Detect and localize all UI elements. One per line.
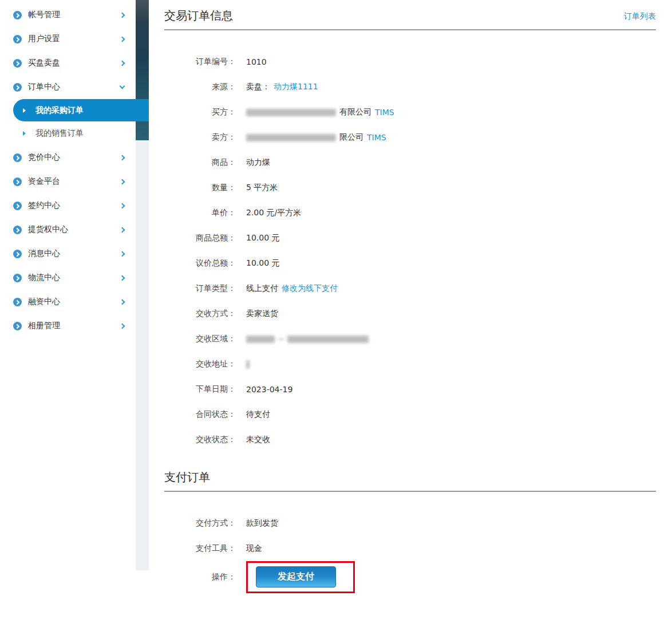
field-label: 数量： xyxy=(164,183,236,193)
sidebar-item-funds-platform[interactable]: 资金平台 xyxy=(0,169,149,194)
field-row-operation: 操作： 发起支付 xyxy=(164,561,656,593)
field-row-pay-delivery: 交付方式： 款到发货 xyxy=(164,511,656,536)
redacted-region-dash xyxy=(278,338,284,340)
field-value: 线上支付 修改为线下支付 xyxy=(246,283,338,294)
sidebar-item-message-center[interactable]: 消息中心 xyxy=(0,242,149,266)
header-rule xyxy=(164,29,656,30)
triangle-right-icon xyxy=(23,131,26,136)
field-value: 10.00 元 xyxy=(246,233,280,243)
field-label: 订单类型： xyxy=(164,283,236,294)
sidebar-item-user-settings[interactable]: 用户设置 xyxy=(0,27,149,51)
sidebar-item-label: 相册管理 xyxy=(28,321,120,331)
circle-arrow-icon xyxy=(13,322,22,330)
circle-arrow-icon xyxy=(13,274,22,282)
circle-arrow-icon xyxy=(13,250,22,258)
circle-arrow-icon xyxy=(13,59,22,68)
sidebar-item-label: 买盘卖盘 xyxy=(28,58,120,68)
sidebar-item-album-management[interactable]: 相册管理 xyxy=(0,314,149,338)
field-value: 2023-04-19 xyxy=(246,385,292,394)
circle-arrow-icon xyxy=(13,226,22,234)
sidebar-item-buy-sell-board[interactable]: 买盘卖盘 xyxy=(0,51,149,75)
chevron-right-icon xyxy=(120,251,125,257)
field-row-total-amount: 商品总额： 10.00 元 xyxy=(164,226,656,251)
chevron-right-icon xyxy=(120,203,125,208)
sidebar-item-signing-center[interactable]: 签约中心 xyxy=(0,194,149,218)
red-highlight-annotation: 发起支付 xyxy=(246,561,355,593)
circle-arrow-icon xyxy=(13,83,22,92)
sidebar-subitem-my-sales-orders[interactable]: 我的销售订单 xyxy=(0,121,149,145)
circle-arrow-icon xyxy=(13,153,22,162)
field-row-delivery-status: 交收状态： 未交收 xyxy=(164,427,656,452)
field-row-pay-tool: 支付工具： 现金 xyxy=(164,536,656,561)
field-row-delivery-method: 交收方式： 卖家送货 xyxy=(164,301,656,326)
initiate-payment-button[interactable]: 发起支付 xyxy=(256,566,336,587)
seller-tims-link[interactable]: TIMS xyxy=(367,133,386,142)
sidebar-item-label: 订单中心 xyxy=(28,82,120,92)
order-list-link[interactable]: 订单列表 xyxy=(624,11,656,23)
payment-section-header: 支付订单 xyxy=(164,470,656,485)
chevron-right-icon xyxy=(120,60,125,66)
sidebar-subitem-my-purchase-orders[interactable]: 我的采购订单 xyxy=(13,99,149,121)
redacted-region-detail xyxy=(287,336,369,343)
page-title: 交易订单信息 xyxy=(164,8,233,23)
sidebar-subitem-label: 我的销售订单 xyxy=(35,128,84,139)
source-offer-link[interactable]: 动力煤1111 xyxy=(274,82,318,92)
field-label: 卖方： xyxy=(164,132,236,143)
change-to-offline-payment-link[interactable]: 修改为线下支付 xyxy=(282,283,338,294)
redacted-seller-name xyxy=(246,134,336,141)
redacted-region-province xyxy=(246,336,275,343)
circle-arrow-icon xyxy=(13,11,22,19)
sidebar-item-account-management[interactable]: 帐号管理 xyxy=(0,3,149,27)
field-label: 议价总额： xyxy=(164,258,236,269)
chevron-right-icon xyxy=(120,227,125,232)
order-info-header: 交易订单信息 订单列表 xyxy=(164,8,656,23)
field-label: 单价： xyxy=(164,208,236,218)
field-label: 商品总额： xyxy=(164,233,236,243)
sidebar-item-order-center[interactable]: 订单中心 xyxy=(0,75,149,99)
field-label: 商品： xyxy=(164,157,236,168)
field-label: 交收区域： xyxy=(164,334,236,344)
source-prefix: 卖盘： xyxy=(246,82,270,92)
main-content: 交易订单信息 订单列表 订单编号： 1010 来源： 卖盘： 动力煤1111 买… xyxy=(149,0,672,623)
field-row-seller: 卖方： 限公司 TIMS xyxy=(164,125,656,150)
field-value: 2.00 元/平方米 xyxy=(246,208,301,218)
field-row-delivery-address: 交收地址： xyxy=(164,352,656,377)
sidebar-item-label: 融资中心 xyxy=(28,297,120,307)
sidebar-item-label: 提货权中心 xyxy=(28,224,120,235)
sidebar-item-logistics-center[interactable]: 物流中心 xyxy=(0,266,149,290)
field-value: 现金 xyxy=(246,543,262,554)
sidebar-item-bidding-center[interactable]: 竞价中心 xyxy=(0,145,149,169)
circle-arrow-icon xyxy=(13,298,22,306)
field-value xyxy=(246,360,250,369)
field-label: 交收地址： xyxy=(164,359,236,369)
buyer-tims-link[interactable]: TIMS xyxy=(375,108,394,117)
field-row-source: 来源： 卖盘： 动力煤1111 xyxy=(164,74,656,100)
field-label: 合同状态： xyxy=(164,409,236,420)
sidebar: 帐号管理 用户设置 买盘卖盘 订单中心 我的采购订单 xyxy=(0,0,149,623)
sidebar-item-pickup-rights-center[interactable]: 提货权中心 xyxy=(0,218,149,242)
field-value: 1010 xyxy=(246,57,267,66)
field-row-buyer: 买方： 有限公司 TIMS xyxy=(164,100,656,125)
sidebar-item-label: 消息中心 xyxy=(28,249,120,259)
field-row-unit-price: 单价： 2.00 元/平方米 xyxy=(164,200,656,226)
field-label: 来源： xyxy=(164,82,236,92)
sidebar-item-financing-center[interactable]: 融资中心 xyxy=(0,290,149,314)
circle-arrow-icon xyxy=(13,202,22,210)
field-row-negotiated-amount: 议价总额： 10.00 元 xyxy=(164,251,656,276)
redacted-address xyxy=(246,360,250,369)
sidebar-nav: 帐号管理 用户设置 买盘卖盘 订单中心 我的采购订单 xyxy=(0,0,149,338)
seller-suffix: 限公司 xyxy=(339,132,363,143)
order-info-fields: 订单编号： 1010 来源： 卖盘： 动力煤1111 买方： 有限公司 TIMS xyxy=(164,49,656,452)
payment-fields: 交付方式： 款到发货 支付工具： 现金 操作： 发起支付 xyxy=(164,511,656,593)
buyer-suffix: 有限公司 xyxy=(339,107,371,117)
field-value: 卖家送货 xyxy=(246,309,278,319)
chevron-right-icon xyxy=(120,275,125,281)
operation-area: 发起支付 xyxy=(246,561,355,593)
chevron-right-icon xyxy=(120,155,125,160)
field-row-order-date: 下单日期： 2023-04-19 xyxy=(164,377,656,402)
field-row-product: 商品： 动力煤 xyxy=(164,150,656,175)
delivery-status-value: 未交收 xyxy=(246,435,270,445)
field-label: 交收状态： xyxy=(164,435,236,445)
sidebar-subitem-label: 我的采购订单 xyxy=(35,105,84,116)
sidebar-item-label: 竞价中心 xyxy=(28,152,120,163)
